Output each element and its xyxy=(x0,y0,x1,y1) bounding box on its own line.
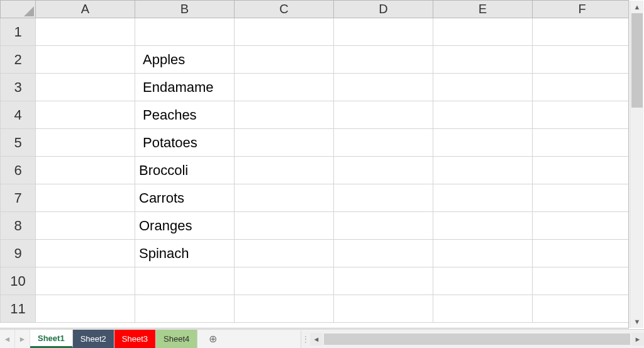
scroll-left-icon[interactable]: ◄ xyxy=(310,333,323,345)
cell-B9[interactable]: Spinach xyxy=(135,240,235,267)
cell-E6[interactable] xyxy=(433,157,533,184)
cell-E1[interactable] xyxy=(433,18,533,46)
cell-B11[interactable] xyxy=(135,295,235,323)
cell-B1[interactable] xyxy=(135,18,235,46)
cell-A9[interactable] xyxy=(36,240,135,267)
scroll-down-icon[interactable]: ▼ xyxy=(630,315,644,328)
sheet-tab-4[interactable]: Sheet4 xyxy=(156,330,197,348)
cell-F4[interactable] xyxy=(533,101,630,129)
cell-D8[interactable] xyxy=(334,212,433,240)
cell-A7[interactable] xyxy=(36,184,135,212)
cell-D4[interactable] xyxy=(334,101,433,129)
sheet-tab-2[interactable]: Sheet2 xyxy=(73,330,114,348)
column-header-C[interactable]: C xyxy=(235,1,334,18)
cell-B10[interactable] xyxy=(135,267,235,295)
cell-B5[interactable]: Potatoes xyxy=(135,129,235,157)
cell-E8[interactable] xyxy=(433,212,533,240)
cell-C8[interactable] xyxy=(235,212,334,240)
cell-F3[interactable] xyxy=(533,74,630,101)
cell-E3[interactable] xyxy=(433,74,533,101)
cell-C11[interactable] xyxy=(235,295,334,323)
sheet-tab-3[interactable]: Sheet3 xyxy=(114,330,156,348)
cell-A11[interactable] xyxy=(36,295,135,323)
cell-C10[interactable] xyxy=(235,267,334,295)
cell-E11[interactable] xyxy=(433,295,533,323)
cell-F2[interactable] xyxy=(533,46,630,74)
cell-D6[interactable] xyxy=(334,157,433,184)
vertical-scrollbar[interactable]: ▲ ▼ xyxy=(630,1,643,328)
cell-C7[interactable] xyxy=(235,184,334,212)
cell-A5[interactable] xyxy=(36,129,135,157)
select-all-corner[interactable] xyxy=(1,1,36,18)
row-header-2[interactable]: 2 xyxy=(1,46,36,74)
cell-E9[interactable] xyxy=(433,240,533,267)
horizontal-scrollbar[interactable]: ⋮ ◄ ► xyxy=(301,330,644,348)
cell-F10[interactable] xyxy=(533,267,630,295)
cell-D1[interactable] xyxy=(334,18,433,46)
cell-C3[interactable] xyxy=(235,74,334,101)
spreadsheet-grid[interactable]: A B C D E F 1 2 Apples 3 xyxy=(0,0,629,328)
row-header-1[interactable]: 1 xyxy=(1,18,36,46)
vertical-scroll-track[interactable] xyxy=(630,13,644,315)
cell-E2[interactable] xyxy=(433,46,533,74)
scroll-up-icon[interactable]: ▲ xyxy=(630,1,644,13)
cell-F11[interactable] xyxy=(533,295,630,323)
row-header-4[interactable]: 4 xyxy=(1,101,36,129)
horizontal-scroll-track[interactable] xyxy=(324,334,630,345)
vertical-scroll-thumb[interactable] xyxy=(631,13,643,108)
add-sheet-button[interactable]: ⊕ xyxy=(197,330,228,348)
cell-C2[interactable] xyxy=(235,46,334,74)
cell-E4[interactable] xyxy=(433,101,533,129)
row-header-3[interactable]: 3 xyxy=(1,74,36,101)
tab-nav-next[interactable]: ► xyxy=(15,330,30,348)
cell-B2[interactable]: Apples xyxy=(135,46,235,74)
cell-F8[interactable] xyxy=(533,212,630,240)
row-header-11[interactable]: 11 xyxy=(1,295,36,323)
cell-D9[interactable] xyxy=(334,240,433,267)
cell-D2[interactable] xyxy=(334,46,433,74)
cell-E7[interactable] xyxy=(433,184,533,212)
cell-D7[interactable] xyxy=(334,184,433,212)
cell-D11[interactable] xyxy=(334,295,433,323)
row-header-9[interactable]: 9 xyxy=(1,240,36,267)
cell-A1[interactable] xyxy=(36,18,135,46)
cell-B4[interactable]: Peaches xyxy=(135,101,235,129)
cell-A10[interactable] xyxy=(36,267,135,295)
cell-C1[interactable] xyxy=(235,18,334,46)
cell-C9[interactable] xyxy=(235,240,334,267)
cell-A8[interactable] xyxy=(36,212,135,240)
cell-F5[interactable] xyxy=(533,129,630,157)
sheet-tab-1[interactable]: Sheet1 xyxy=(30,330,73,348)
row-header-5[interactable]: 5 xyxy=(1,129,36,157)
horizontal-scroll-thumb[interactable] xyxy=(324,334,630,345)
cell-C5[interactable] xyxy=(235,129,334,157)
cell-E10[interactable] xyxy=(433,267,533,295)
column-header-B[interactable]: B xyxy=(135,1,235,18)
row-header-7[interactable]: 7 xyxy=(1,184,36,212)
tab-nav-prev[interactable]: ◄ xyxy=(0,330,15,348)
tabbar-splitter-icon[interactable]: ⋮ xyxy=(301,335,310,344)
column-header-F[interactable]: F xyxy=(533,1,630,18)
cell-B6[interactable]: Broccoli xyxy=(135,157,235,184)
column-header-E[interactable]: E xyxy=(433,1,533,18)
cell-E5[interactable] xyxy=(433,129,533,157)
scroll-right-icon[interactable]: ► xyxy=(631,333,644,345)
row-header-10[interactable]: 10 xyxy=(1,267,36,295)
column-header-D[interactable]: D xyxy=(334,1,433,18)
cell-F1[interactable] xyxy=(533,18,630,46)
cell-A2[interactable] xyxy=(36,46,135,74)
cell-D10[interactable] xyxy=(334,267,433,295)
cell-B8[interactable]: Oranges xyxy=(135,212,235,240)
cell-A6[interactable] xyxy=(36,157,135,184)
cell-D3[interactable] xyxy=(334,74,433,101)
cell-C4[interactable] xyxy=(235,101,334,129)
cell-D5[interactable] xyxy=(334,129,433,157)
cell-A4[interactable] xyxy=(36,101,135,129)
column-header-A[interactable]: A xyxy=(36,1,135,18)
row-header-6[interactable]: 6 xyxy=(1,157,36,184)
row-header-8[interactable]: 8 xyxy=(1,212,36,240)
cell-F6[interactable] xyxy=(533,157,630,184)
cell-B7[interactable]: Carrots xyxy=(135,184,235,212)
cell-A3[interactable] xyxy=(36,74,135,101)
cell-B3[interactable]: Endamame xyxy=(135,74,235,101)
